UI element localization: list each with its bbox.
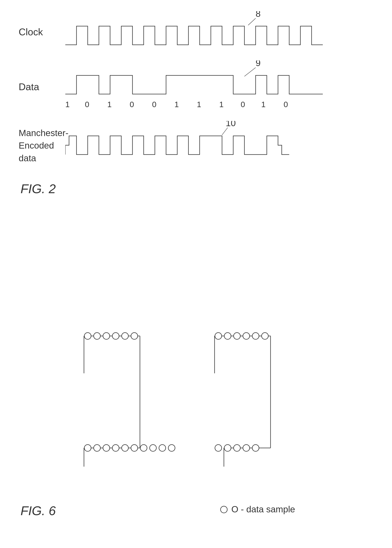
legend-text: O - data sample [231, 504, 295, 514]
sample-dot [112, 445, 119, 451]
bit-6: 1 [197, 100, 201, 109]
bit-2: 1 [107, 100, 112, 109]
clock-ref: 8 [256, 11, 261, 19]
sample-dot [94, 333, 100, 339]
sample-dot [150, 445, 156, 451]
sample-dot [168, 445, 175, 451]
sample-dot [122, 445, 128, 451]
clock-label: Clock [19, 26, 65, 38]
sample-dot [103, 445, 110, 451]
manchester-svg: 10 [65, 121, 364, 169]
sample-dot [224, 333, 231, 339]
bit-8: 0 [241, 100, 245, 109]
bit-7: 1 [219, 100, 224, 109]
sample-dot [131, 445, 138, 451]
bit-10: 0 [284, 100, 288, 109]
data-signal-row: Data 9 1 0 1 0 [19, 61, 373, 113]
sample-dot [159, 445, 166, 451]
clock-svg: 8 [65, 11, 364, 52]
sample-dot [112, 333, 119, 339]
fig6-label: FIG. 6 [21, 504, 56, 518]
bit-3: 0 [130, 100, 134, 109]
fig6-svg: FIG. 6 O - data sample [19, 317, 373, 523]
data-ref: 9 [256, 61, 261, 68]
legend-circle [221, 506, 227, 513]
bit-0: 1 [65, 100, 70, 109]
sample-dot [84, 333, 91, 339]
sample-dot [243, 333, 250, 339]
page: Clock 8 Data 9 [0, 0, 392, 548]
fig2-container: Clock 8 Data 9 [19, 11, 373, 196]
sample-dot [103, 333, 110, 339]
sample-dot [243, 445, 250, 451]
manchester-signal-row: Manchester- Encoded data 10 [19, 121, 373, 170]
bit-4: 0 [152, 100, 156, 109]
sample-dot [252, 333, 259, 339]
manchester-ref: 10 [226, 121, 236, 128]
sample-dot [262, 333, 268, 339]
sample-dot [215, 445, 222, 451]
sample-dot [84, 445, 91, 451]
sample-dot [131, 333, 138, 339]
manchester-canvas: 10 [65, 121, 373, 170]
sample-dot [234, 445, 240, 451]
sample-dot [122, 333, 128, 339]
data-canvas: 9 1 0 1 0 0 1 1 1 [65, 61, 373, 113]
manchester-label: Manchester- Encoded data [19, 127, 65, 164]
fig6-container: FIG. 6 O - data sample [19, 317, 373, 523]
sample-dot [140, 445, 147, 451]
data-svg: 9 1 0 1 0 0 1 1 1 [65, 61, 364, 113]
bit-5: 1 [175, 100, 179, 109]
clock-signal-row: Clock 8 [19, 11, 373, 53]
sample-dot [224, 445, 231, 451]
svg-line-1 [245, 68, 256, 76]
sample-dot [94, 445, 100, 451]
data-label: Data [19, 81, 65, 93]
svg-line-2 [222, 128, 228, 135]
sample-dot [234, 333, 240, 339]
sample-dot [215, 333, 222, 339]
bit-1: 0 [85, 100, 89, 109]
sample-dot [252, 445, 259, 451]
svg-line-0 [248, 18, 256, 25]
bit-9: 1 [261, 100, 266, 109]
fig2-label: FIG. 2 [21, 182, 373, 196]
clock-canvas: 8 [65, 11, 373, 53]
